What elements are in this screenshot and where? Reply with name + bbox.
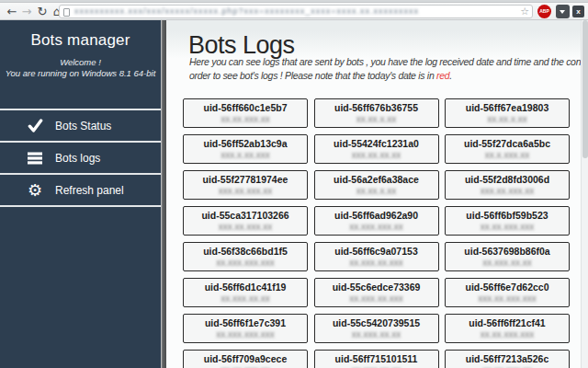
bot-uid: uid-56ff6d1c41f19 [184, 282, 307, 293]
bot-card[interactable]: uid-55c5420739515xx.xxx.xx.xx [314, 314, 439, 343]
bot-ip-blurred: xx.xxx.xxx.xxx [184, 258, 307, 269]
bot-card[interactable]: uid-56ff6bf59b523xx.xx.xxx.xxx [445, 206, 570, 236]
page-doc-icon [63, 8, 70, 17]
bot-card[interactable]: uid-55ca317103266xxx.xx.xxx.xx [183, 206, 308, 236]
bot-uid: uid-56ff6ad962a90 [315, 210, 438, 222]
list-icon [26, 152, 44, 165]
description-line1: Here you can see logs that are sent by b… [189, 56, 588, 67]
forward-icon[interactable]: → [19, 4, 34, 19]
gear-icon: ⚙ [26, 182, 44, 199]
sidebar-item-label: Bots Status [55, 120, 111, 132]
bot-ip-blurred: xx.xxx.xx.xx [184, 293, 307, 305]
bot-card[interactable]: uid-56a2ef6a38acexx.xx.x.xx [314, 170, 439, 200]
bot-card[interactable]: uid-5637698b86f0axx.xxx.xx.xx [445, 242, 570, 271]
bot-uid: uid-55c5420739515 [315, 317, 438, 329]
main-content: Bots Logs Here you can see logs that are… [166, 20, 588, 368]
url-text-blurred: xxxxxxxxxx.xxx/xxx/xxxxx/xxxxx.php?xxx=x… [74, 6, 515, 17]
bot-card[interactable]: uid-56ff6ff21cf41xx.xx.xxx.xxx [445, 314, 570, 343]
bot-card[interactable]: uid-56ff709a9cecexx.xx.xxx.xx [183, 350, 308, 368]
bot-card[interactable]: uid-56ff676b36755xx.xx.x.xx [314, 98, 439, 128]
chevron-extension-icon[interactable] [556, 5, 570, 18]
bot-uid: uid-56ff7213a526c [446, 353, 569, 365]
bot-uid: uid-5637698b86f0a [446, 246, 569, 258]
bot-ip-blurred: xx.xx.x.xx [315, 114, 438, 125]
bot-card[interactable]: uid-56ff52ab13c9axxx.x.xx.xxx [183, 134, 308, 164]
welcome-text: Welcome ! [0, 57, 161, 68]
bot-uid: uid-56ff6c9a07153 [315, 246, 438, 258]
bot-uid: uid-55f27dca6a5bc [446, 138, 569, 150]
check-icon [26, 119, 44, 132]
bot-card[interactable]: uid-55424fc1231a0xxx.xx.xx.xx [314, 134, 439, 164]
bot-ip-blurred: xx.xx.x.xx [446, 114, 569, 125]
sidebar-item-bots-status[interactable]: Bots Status [0, 110, 161, 141]
bots-grid: uid-56ff660c1e5b7xx.xx.xxx.xxuid-56ff676… [183, 98, 570, 368]
bot-ip-blurred: xx.xxx.xx.xxx [315, 258, 438, 269]
sidebar-item-label: Refresh panel [55, 184, 124, 197]
bot-uid: uid-56a2ef6a38ace [315, 174, 438, 186]
bot-uid: uid-55f2d8fd3006d [446, 174, 569, 186]
bot-card[interactable]: uid-56f38c66bd1f5xx.xxx.xxx.xxx [183, 242, 308, 271]
divider [0, 205, 161, 207]
bot-ip-blurred: xx.xxx.xxx.xxx [184, 329, 307, 340]
bot-card[interactable]: uid-56ff6ad962a90xx.xxx.xxx.xx [314, 206, 439, 236]
bot-ip-blurred: xx.xx.xxx.xxx [446, 329, 569, 340]
bot-card[interactable]: uid-56ff715101511xx.xxx.xx.xx [314, 350, 439, 368]
back-icon[interactable]: ← [5, 4, 19, 19]
x-extension-icon[interactable]: x [572, 6, 584, 17]
bot-ip-blurred: xx.xxx.xx.xxx [315, 293, 438, 305]
bot-uid: uid-55ca317103266 [184, 210, 307, 222]
bot-ip-blurred: xx.xx.xxx.xxx [446, 222, 569, 233]
page-scrollbar[interactable] [581, 20, 588, 368]
bot-uid: uid-56ff67ea19803 [446, 102, 569, 114]
bot-ip-blurred: xx.xx.xxx.xx [184, 114, 307, 125]
bot-uid: uid-56ff6e7d62cc0 [446, 282, 569, 293]
bot-card[interactable]: uid-56ff6c9a07153xx.xxx.xx.xxx [314, 242, 439, 271]
bot-uid: uid-55424fc1231a0 [315, 138, 438, 150]
sidebar-item-refresh-panel[interactable]: ⚙ Refresh panel [0, 175, 161, 205]
bot-card[interactable]: uid-56ff6e7d62cc0xxx.xx.xxx.xxx [445, 278, 570, 307]
bot-card[interactable]: uid-56ff6f1e7c391xx.xxx.xxx.xxx [183, 314, 308, 343]
bot-uid: uid-55f27781974ee [184, 174, 307, 186]
os-info-text: You are running on Windows 8.1 64-bit [0, 68, 161, 79]
bot-uid: uid-56ff715101511 [315, 353, 438, 365]
chevron-down-icon [560, 10, 565, 14]
app-title: Bots manager [0, 31, 161, 50]
bot-card[interactable]: uid-55f27dca6a5bcxx.x.xxx.xx [445, 134, 570, 164]
bot-ip-blurred: xxx.xx.xxx.xx [446, 186, 569, 197]
bot-ip-blurred: xxx.xx.xx.xx [315, 150, 438, 161]
bot-uid: uid-56ff6bf59b523 [446, 210, 569, 222]
bot-card[interactable]: uid-55f2d8fd3006dxxx.xx.xxx.xx [445, 170, 570, 200]
sidebar-menu: Bots Status Bots logs ⚙ Refresh panel [0, 109, 161, 207]
bot-uid: uid-56ff709a9cece [184, 353, 307, 365]
red-highlight: red [436, 70, 449, 81]
page: Bots manager Welcome ! You are running o… [0, 20, 588, 368]
bot-ip-blurred: xxx.xx.xxx.xx [184, 222, 307, 233]
bot-card[interactable]: uid-55c6edce73369xx.xxx.xx.xxx [314, 278, 439, 307]
address-bar[interactable]: xxxxxxxxxx.xxx/xxx/xxxxx/xxxxx.php?xxx=x… [59, 5, 533, 18]
bot-uid: uid-55c6edce73369 [315, 282, 438, 293]
reload-icon[interactable]: ↻ [35, 4, 50, 19]
bot-uid: uid-56ff6ff21cf41 [446, 317, 569, 329]
browser-toolbar: ← → ↻ ⌂ xxxxxxxxxx.xxx/xxx/xxxxx/xxxxx.p… [0, 3, 588, 20]
bot-ip-blurred: xx.x.xxx.xx [446, 150, 569, 161]
scrollbar-thumb[interactable] [582, 20, 588, 158]
bot-ip-blurred: xx.xxx.xx.xx [446, 258, 569, 269]
bot-uid: uid-56ff52ab13c9a [184, 138, 307, 150]
bot-uid: uid-56ff676b36755 [315, 102, 438, 114]
bot-ip-blurred: xxx.xx.xxx.xx [184, 186, 307, 197]
sidebar: Bots manager Welcome ! You are running o… [0, 20, 161, 368]
description-line2: order to see bot's logs ! Please note th… [189, 70, 452, 81]
adblock-plus-icon[interactable]: ABP [537, 5, 551, 18]
bot-card[interactable]: uid-56ff6d1c41f19xx.xxx.xx.xx [183, 278, 308, 307]
bot-card[interactable]: uid-56ff660c1e5b7xx.xx.xxx.xx [183, 98, 308, 128]
sidebar-item-bots-logs[interactable]: Bots logs [0, 143, 161, 173]
bot-uid: uid-56f38c66bd1f5 [184, 246, 307, 258]
bot-card[interactable]: uid-56ff7213a526cxx.xx.xxx.xx [445, 350, 570, 368]
bot-uid: uid-56ff6f1e7c391 [184, 317, 307, 329]
bot-ip-blurred: xx.xxx.xx.xx [315, 329, 438, 340]
sidebar-item-label: Bots logs [55, 152, 100, 165]
bot-card[interactable]: uid-55f27781974eexxx.xx.xxx.xx [183, 170, 308, 200]
bot-uid: uid-56ff660c1e5b7 [184, 102, 307, 114]
bookmark-star-icon[interactable]: ☆ [520, 6, 529, 18]
bot-card[interactable]: uid-56ff67ea19803xx.xx.x.xx [445, 98, 570, 128]
